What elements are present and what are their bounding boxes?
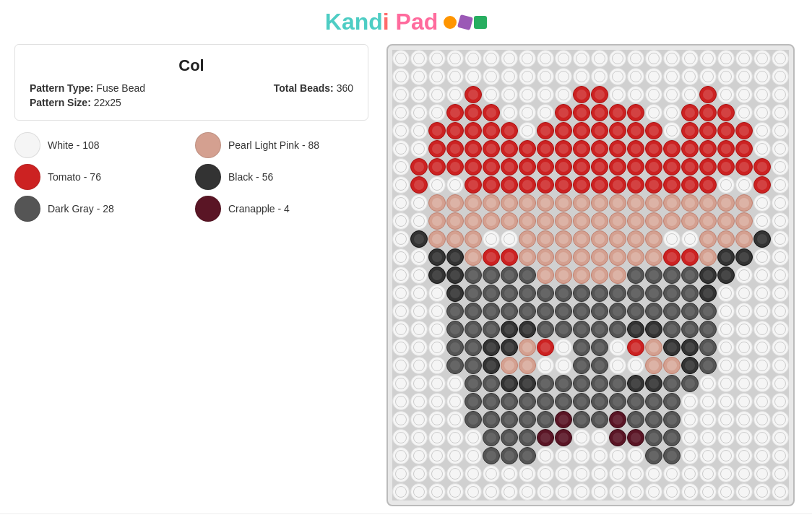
bead [573,339,590,356]
color-swatch [195,164,221,190]
bead [446,50,464,67]
bead [591,248,608,266]
bead [663,483,681,500]
bead [501,86,518,103]
bead [772,122,789,139]
bead [519,303,536,320]
bead [537,483,554,500]
bead [483,375,500,392]
bead [681,122,699,139]
bead [428,285,446,302]
bead [465,68,482,85]
bead [501,266,518,284]
bead [717,50,735,67]
header: Kandi Pad [0,0,812,44]
total-beads: Total Beads: 360 [274,82,353,94]
bead [699,230,717,248]
bead [627,194,644,212]
bead [681,86,699,103]
bead [555,375,572,392]
bead [717,140,735,157]
bead [410,321,428,338]
bead [699,140,717,157]
bead [627,212,644,230]
bead [663,285,681,302]
bead [717,483,735,500]
bead [537,411,554,428]
bead [410,68,428,85]
bead [501,375,518,392]
bead [717,230,735,248]
bead [519,375,536,392]
bead [772,176,789,194]
bead [428,248,446,266]
bead [392,483,410,500]
bead [537,122,554,139]
bead [428,429,446,446]
bead [537,447,554,464]
bead [428,176,446,194]
bead [772,248,789,266]
bead [591,357,608,374]
bead [428,393,446,410]
bead [627,285,644,302]
bead [392,447,410,464]
bead [573,68,590,85]
bead [446,86,464,103]
bead [772,285,789,302]
bead [465,212,482,230]
bead [591,50,608,67]
bead [519,483,536,500]
bead [392,411,410,428]
bead [609,194,626,212]
bead [753,122,771,139]
bead [501,212,518,230]
bead [555,104,572,121]
bead [428,194,446,212]
bead [699,122,717,139]
bead [717,122,735,139]
bead [627,158,644,176]
bead [591,339,608,356]
bead [392,212,410,230]
logo: Kandi Pad [325,9,487,35]
bead [772,86,789,103]
bead [501,339,518,356]
color-label: White - 108 [48,139,100,151]
bead [410,194,428,212]
pattern-meta-right: Total Beads: 360 [274,82,353,108]
bead [663,230,681,248]
bead [573,140,590,157]
bead [591,266,608,284]
bead [772,339,789,356]
bead [753,194,771,212]
bead [465,266,482,284]
bead [501,447,518,464]
bead [645,68,662,85]
bead [446,411,464,428]
bead [483,230,500,248]
bead [483,285,500,302]
bead [681,212,699,230]
bead [573,104,590,121]
bead [392,266,410,284]
bead [410,393,428,410]
bead [735,86,753,103]
bead [772,393,789,410]
color-item: White - 108 [14,132,188,158]
bead [428,122,446,139]
bead [699,465,717,482]
bead [573,429,590,446]
main-content: Col Pattern Type: Fuse Bead Pattern Size… [0,44,812,514]
bead [591,176,608,194]
bead [627,447,644,464]
bead [772,303,789,320]
bead [609,104,626,121]
bead [573,303,590,320]
bead [537,158,554,176]
bead [428,158,446,176]
bead [735,303,753,320]
color-label: Dark Gray - 28 [48,203,114,214]
bead [483,86,500,103]
bead [446,212,464,230]
